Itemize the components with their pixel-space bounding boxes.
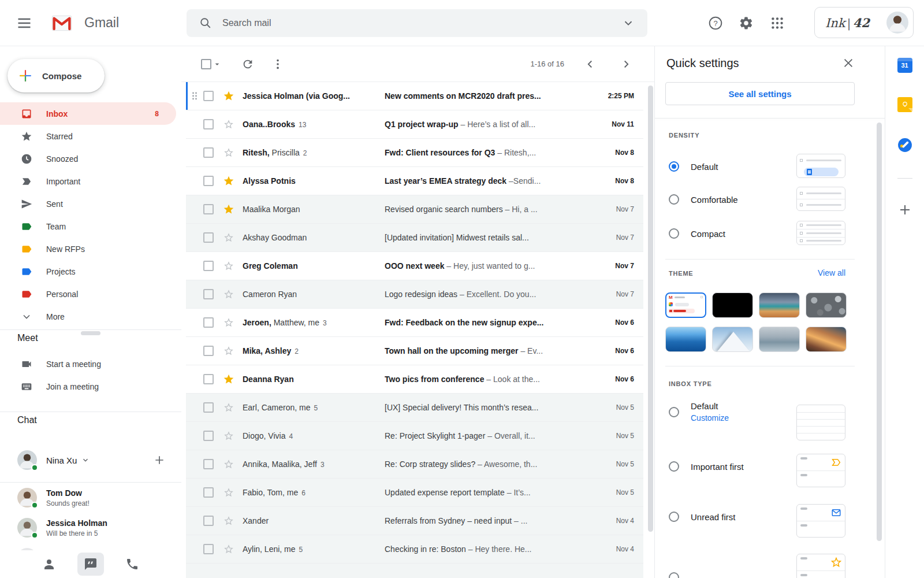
contacts-tab[interactable]: [36, 553, 62, 576]
email-row[interactable]: Deanna Ryan Two pics from conference – L…: [186, 365, 643, 394]
search-options-chevron-down-icon[interactable]: [622, 17, 635, 29]
drag-handle[interactable]: [189, 544, 200, 554]
theme-thumbnail-mountain[interactable]: [712, 327, 753, 352]
chat-self-row[interactable]: Nina Xu: [0, 444, 181, 476]
email-row[interactable]: Fabio, Tom, me6 Updated expense report t…: [186, 479, 643, 507]
theme-thumbnail-beach-storm[interactable]: [759, 292, 800, 318]
search-icon[interactable]: [199, 17, 212, 29]
email-checkbox[interactable]: [203, 91, 214, 101]
drag-handle[interactable]: [189, 375, 200, 384]
sidebar-item-personal[interactable]: Personal: [0, 283, 176, 305]
star-icon[interactable]: [223, 543, 234, 555]
theme-thumbnail-black[interactable]: [712, 292, 753, 318]
meet-item-join-a-meeting[interactable]: Join a meeting: [0, 375, 181, 398]
email-row[interactable]: Akshay Goodman [Updated invitation] Midw…: [186, 224, 643, 252]
more-options-icon[interactable]: [271, 58, 284, 71]
radio-button[interactable]: [669, 194, 679, 205]
email-checkbox[interactable]: [203, 204, 214, 214]
sidebar-item-snoozed[interactable]: Snoozed: [0, 147, 176, 170]
older-page-chevron-right-icon[interactable]: [620, 58, 632, 71]
drag-handle[interactable]: [189, 431, 200, 440]
drag-handle[interactable]: [189, 318, 200, 327]
hamburger-menu-icon[interactable]: [16, 15, 32, 31]
theme-thumbnail-misty-lake[interactable]: [759, 327, 800, 352]
email-row[interactable]: Earl, Cameron, me5 [UX] Special delivery…: [186, 394, 643, 422]
inbox-type-option[interactable]: Default Customize: [669, 401, 729, 423]
radio-button[interactable]: [669, 512, 679, 522]
email-row[interactable]: Mika, Ashley2 Town hall on the upcoming …: [186, 337, 643, 365]
keep-icon[interactable]: [897, 97, 912, 112]
email-checkbox[interactable]: [203, 402, 214, 413]
email-checkbox[interactable]: [203, 544, 214, 554]
sidebar-item-team[interactable]: Team: [0, 215, 176, 238]
email-row[interactable]: Greg Coleman OOO next week – Hey, just w…: [186, 252, 643, 280]
star-icon[interactable]: [223, 458, 234, 470]
quick-settings-scrollbar[interactable]: [877, 123, 882, 541]
account-chip[interactable]: Ink|42: [814, 7, 914, 38]
email-checkbox[interactable]: [203, 119, 214, 129]
close-icon[interactable]: [842, 57, 855, 69]
star-icon[interactable]: [223, 118, 234, 130]
email-checkbox[interactable]: [203, 346, 214, 356]
newer-page-chevron-left-icon[interactable]: [584, 58, 597, 71]
apps-grid-icon[interactable]: [770, 16, 785, 31]
theme-thumbnail-default-theme[interactable]: M: [665, 292, 706, 318]
star-icon[interactable]: [223, 345, 234, 357]
email-row[interactable]: Diogo, Vivia4 Re: Project Skylight 1-pag…: [186, 422, 643, 450]
inbox-type-option[interactable]: [669, 572, 679, 578]
theme-thumbnail-sunset-bridge[interactable]: [806, 327, 847, 352]
drag-handle[interactable]: [189, 233, 200, 242]
chevron-down-icon[interactable]: [81, 456, 90, 464]
drag-handle[interactable]: [189, 460, 200, 469]
email-checkbox[interactable]: [203, 317, 214, 328]
chat-contact-row[interactable]: Tom Dow Sounds great!: [0, 483, 181, 513]
email-row[interactable]: Alyssa Potnis Last year’s EMEA strategy …: [186, 167, 643, 195]
star-icon[interactable]: [223, 90, 234, 102]
drag-handle[interactable]: [189, 91, 200, 101]
select-all-checkbox[interactable]: [201, 59, 211, 69]
email-list-scrollbar[interactable]: [648, 86, 653, 532]
drag-handle[interactable]: [189, 261, 200, 271]
star-icon[interactable]: [223, 373, 234, 385]
drag-handle[interactable]: [189, 148, 200, 157]
email-row[interactable]: Cameron Ryan Logo redesign ideas – Excel…: [186, 280, 643, 309]
email-checkbox[interactable]: [203, 176, 214, 186]
email-row[interactable]: Oana..Brooks13 Q1 project wrap-up – Here…: [186, 110, 643, 139]
email-row[interactable]: Aylin, Leni, me5 Checking in re: Boston …: [186, 535, 643, 564]
email-checkbox[interactable]: [203, 516, 214, 526]
email-checkbox[interactable]: [203, 232, 214, 243]
star-icon[interactable]: [223, 203, 234, 215]
chat-contact-row[interactable]: Jessica Holman Will be there in 5: [0, 513, 181, 543]
select-options-chevron-down-icon[interactable]: [213, 60, 222, 69]
email-checkbox[interactable]: [203, 431, 214, 441]
email-checkbox[interactable]: [203, 374, 214, 384]
tasks-icon[interactable]: [897, 138, 912, 153]
sidebar-item-more[interactable]: More: [0, 305, 176, 328]
settings-gear-icon[interactable]: [739, 16, 754, 31]
star-icon[interactable]: [223, 317, 234, 328]
radio-button[interactable]: [669, 407, 679, 417]
refresh-icon[interactable]: [241, 58, 254, 71]
drag-handle[interactable]: [189, 205, 200, 214]
meet-item-start-a-meeting[interactable]: Start a meeting: [0, 353, 181, 375]
density-option[interactable]: Default: [669, 155, 718, 178]
email-checkbox[interactable]: [203, 459, 214, 469]
drag-handle[interactable]: [189, 290, 200, 299]
radio-button[interactable]: [669, 161, 679, 172]
email-row[interactable]: Ritesh, Priscilla2 Fwd: Client resources…: [186, 139, 643, 167]
density-option[interactable]: Comfortable: [669, 188, 738, 211]
theme-thumbnail-ocean[interactable]: [665, 327, 706, 352]
add-addon-plus-icon[interactable]: [898, 203, 912, 217]
gmail-logo-icon[interactable]: [51, 15, 73, 31]
inbox-type-option[interactable]: Important first: [669, 461, 744, 472]
email-checkbox[interactable]: [203, 289, 214, 299]
hangouts-tab[interactable]: [77, 553, 104, 576]
star-icon[interactable]: [223, 430, 234, 442]
radio-button[interactable]: [669, 228, 679, 239]
drag-handle[interactable]: [189, 488, 200, 497]
drag-handle[interactable]: [189, 120, 200, 129]
density-option[interactable]: Compact: [669, 222, 725, 245]
theme-view-all-link[interactable]: View all: [796, 268, 845, 277]
sidebar-item-important[interactable]: Important: [0, 170, 176, 192]
calendar-icon[interactable]: 31: [897, 58, 912, 73]
